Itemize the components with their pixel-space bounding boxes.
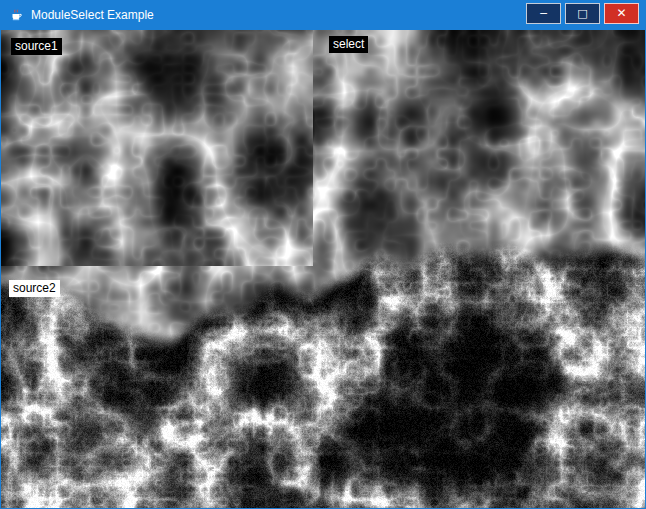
java-cup-icon [8,7,24,23]
render-area: source1 select source2 [1,30,645,508]
minimize-button[interactable]: ─ [526,3,561,24]
label-source2: source2 [9,280,60,297]
window-controls: ─ □ ✕ [526,3,639,24]
app-window: ModuleSelect Example ─ □ ✕ source1 selec… [0,0,646,509]
window-title: ModuleSelect Example [31,8,526,22]
label-select: select [329,36,368,53]
noise-canvas [1,30,645,508]
maximize-button[interactable]: □ [565,3,600,24]
close-button[interactable]: ✕ [604,3,639,24]
label-source1: source1 [11,38,62,55]
titlebar[interactable]: ModuleSelect Example ─ □ ✕ [1,0,645,30]
